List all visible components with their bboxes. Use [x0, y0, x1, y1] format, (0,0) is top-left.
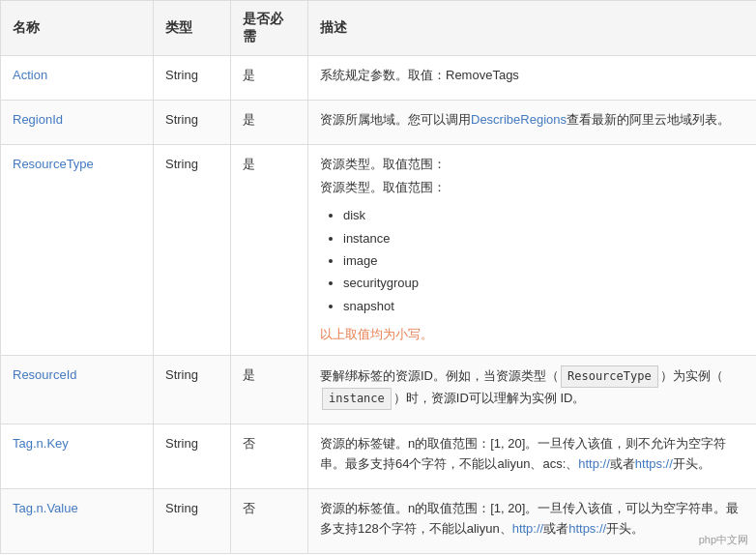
- desc-text-links: 资源的标签值。n的取值范围：[1, 20]。一旦传入该值，可以为空字符串。最多支…: [320, 499, 744, 540]
- desc-text-links: 资源的标签键。n的取值范围：[1, 20]。一旦传入该值，则不允许为空字符串。最…: [320, 434, 744, 475]
- table-row: ResourceIdString是要解绑标签的资源ID。例如，当资源类型（Res…: [1, 355, 757, 424]
- desc-link[interactable]: http://: [512, 521, 544, 536]
- param-type: String: [154, 355, 231, 424]
- header-name: 名称: [1, 1, 154, 56]
- desc-link[interactable]: DescribeRegions: [471, 112, 567, 127]
- param-name-link[interactable]: RegionId: [13, 112, 63, 127]
- list-item: image: [343, 249, 744, 272]
- header-type: 类型: [154, 1, 231, 56]
- list-item: snapshot: [343, 295, 744, 317]
- param-name: ResourceId: [1, 355, 154, 424]
- param-name: Tag.n.Value: [1, 488, 154, 553]
- param-desc: 系统规定参数。取值：RemoveTags: [308, 56, 757, 101]
- watermark: php中文网: [699, 533, 748, 547]
- param-required: 是: [231, 144, 308, 355]
- param-name: ResourceType: [1, 144, 154, 355]
- table-row: Tag.n.KeyString否资源的标签键。n的取值范围：[1, 20]。一旦…: [1, 424, 757, 489]
- highlight-code: instance: [322, 388, 392, 410]
- desc-link[interactable]: https://: [568, 521, 606, 536]
- param-name-link[interactable]: Tag.n.Key: [13, 436, 69, 451]
- list-item: disk: [343, 204, 744, 226]
- desc-note: 以上取值均为小写。: [320, 325, 744, 345]
- desc-text: 资源类型。取值范围：: [320, 155, 744, 175]
- param-type: String: [154, 56, 231, 101]
- param-desc: 资源的标签值。n的取值范围：[1, 20]。一旦传入该值，可以为空字符串。最多支…: [308, 488, 757, 553]
- desc-text-with-link: 资源所属地域。您可以调用DescribeRegions查看最新的阿里云地域列表。: [320, 110, 744, 131]
- desc-text: 资源类型。取值范围：: [320, 178, 744, 198]
- param-desc: 要解绑标签的资源ID。例如，当资源类型（ResourceType）为实例（ins…: [308, 355, 757, 424]
- param-name-link[interactable]: Tag.n.Value: [13, 501, 78, 515]
- param-required: 是: [231, 355, 308, 424]
- param-desc: 资源类型。取值范围：资源类型。取值范围：diskinstanceimagesec…: [308, 144, 757, 355]
- param-name-link[interactable]: Action: [13, 68, 47, 82]
- desc-link[interactable]: http://: [578, 456, 610, 471]
- list-item: securitygroup: [343, 272, 744, 294]
- param-type: String: [154, 100, 231, 144]
- desc-list: diskinstanceimagesecuritygroupsnapshot: [320, 204, 744, 317]
- param-required: 是: [231, 100, 308, 144]
- param-required: 是: [231, 56, 308, 101]
- param-type: String: [154, 144, 231, 355]
- table-row: Tag.n.ValueString否资源的标签值。n的取值范围：[1, 20]。…: [1, 488, 757, 553]
- table-row: ActionString是系统规定参数。取值：RemoveTags: [1, 56, 757, 101]
- param-name-link[interactable]: ResourceId: [13, 367, 76, 382]
- highlight-code: ResourceType: [561, 365, 658, 388]
- desc-text: 系统规定参数。取值：RemoveTags: [320, 66, 744, 86]
- header-required: 是否必需: [231, 1, 308, 56]
- table-row: RegionIdString是资源所属地域。您可以调用DescribeRegio…: [1, 100, 757, 144]
- desc-text-highlights: 要解绑标签的资源ID。例如，当资源类型（ResourceType）为实例（ins…: [320, 365, 744, 410]
- param-desc: 资源所属地域。您可以调用DescribeRegions查看最新的阿里云地域列表。: [308, 100, 757, 144]
- desc-link[interactable]: https://: [635, 456, 673, 471]
- param-type: String: [154, 424, 231, 489]
- param-desc: 资源的标签键。n的取值范围：[1, 20]。一旦传入该值，则不允许为空字符串。最…: [308, 424, 757, 489]
- param-name: Action: [1, 56, 154, 101]
- api-params-table: 名称 类型 是否必需 描述 ActionString是系统规定参数。取值：Rem…: [0, 0, 756, 554]
- param-name: Tag.n.Key: [1, 424, 154, 489]
- param-name: RegionId: [1, 100, 154, 144]
- param-required: 否: [231, 488, 308, 553]
- table-row: ResourceTypeString是资源类型。取值范围：资源类型。取值范围：d…: [1, 144, 757, 355]
- header-desc: 描述: [308, 1, 757, 56]
- list-item: instance: [343, 227, 744, 249]
- param-required: 否: [231, 424, 308, 489]
- param-name-link[interactable]: ResourceType: [13, 157, 94, 171]
- param-type: String: [154, 488, 231, 553]
